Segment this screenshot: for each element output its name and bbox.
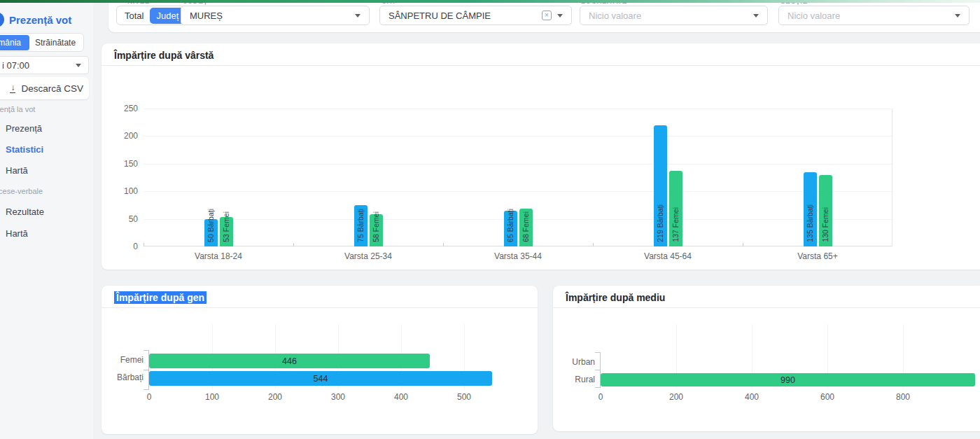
x-axis-label: 800 [896,392,910,402]
bar-bărbați: 75 Bărbați [354,205,368,246]
nivel-option-judet[interactable]: Județ [150,8,185,24]
x-axis-label: Varsta 35-44 [443,251,593,261]
app-title: Prezență vot [9,14,71,26]
x-axis-label: 100 [205,392,219,402]
bar-label: 68 Femei [522,211,530,242]
uat-select[interactable]: SÂNPETRU DE CÂMPIE × [379,6,572,25]
x-axis-label: Varsta 18-24 [144,251,293,261]
age-group: 75 Bărbați58 Femei [293,109,443,246]
x-axis-label: 600 [820,392,834,402]
x-axis-label: Varsta 45-64 [593,251,743,261]
bar-value-label: 990 [780,375,795,385]
sidebar-item-statistici[interactable]: Statistici [6,144,43,155]
bar-femei: 130 Femei [819,175,832,246]
y-axis-tick [595,387,601,388]
category-label: Bărbați [107,372,144,382]
category-label: Femei [107,355,144,365]
chevron-down-icon [753,14,759,18]
sidebar-section-prezenta-la-vot: Prezență la vot [0,105,35,113]
sectie-placeholder: Nicio valoare [788,11,840,21]
x-axis-label: Varsta 65+ [743,251,892,261]
download-icon: ↓ [10,84,15,93]
brand: Prezență vot [0,12,71,27]
y-axis-tick [595,352,601,353]
age-group: 135 Bărbați130 Femei [743,109,892,246]
bar-bărbați: 50 Bărbați [204,219,218,246]
bar-femei: 58 Femei [370,214,383,246]
x-axis-label: Varsta 25-34 [293,251,443,261]
card-divider [102,307,538,308]
x-axis-label: 400 [745,392,759,402]
sidebar-item-harta-rezultate[interactable]: Hartă [6,228,28,239]
clear-selection-icon[interactable]: × [542,11,552,20]
y-axis-label: 100 [110,186,138,196]
bar-label: 130 Femei [822,207,830,242]
mediu-chart-card: Împărțire după mediu 0200400600800UrbanR… [553,286,980,431]
tab-romania[interactable]: România [0,35,29,50]
bar-label: 58 Femei [372,211,380,242]
bar-label: 50 Bărbați [207,209,215,242]
bar-femei: 68 Femei [519,209,533,246]
y-axis-label: 0 [110,242,138,251]
bar-bărbați: 135 Bărbați [804,172,817,246]
bar-value-label: 446 [282,356,297,366]
bar-value-label: 544 [314,374,328,384]
localitate-placeholder: Nicio valoare [589,11,641,21]
age-group: 50 Bărbați53 Femei [144,109,293,246]
bar-bărbați: 544 [149,371,492,386]
card-divider [102,65,980,66]
chevron-down-icon [76,64,81,67]
nivel-option-total[interactable]: Total [118,8,150,24]
bar-bărbați: 219 Bărbați [654,125,667,246]
bar-femei: 137 Femei [669,171,682,246]
category-label: Rural [559,375,595,384]
bar-rural: 990 [601,373,975,386]
tab-strainatate[interactable]: Străinătate [29,35,81,50]
sidebar-item-rezultate[interactable]: Rezultate [6,207,44,217]
sectie-select[interactable]: Nicio valoare [778,6,969,25]
country-tabs: România Străinătate [0,33,84,52]
x-axis-label: 300 [331,392,345,402]
y-axis-label: 200 [110,131,138,141]
selected-text: Împărțire după gen [114,291,206,304]
top-progress-strip [0,0,980,3]
y-axis-label: 150 [110,159,138,169]
age-chart-card: Împărțire după vârstă 05010015020025050 … [102,43,980,270]
time-select-value: i 07:00 [2,60,29,71]
age-chart-plot: 05010015020025050 Bărbați53 FemeiVarsta … [144,109,892,246]
x-axis-label: 200 [669,392,683,402]
category-label: Urban [559,357,595,367]
y-axis-tick [144,350,149,351]
bar-femei: 446 [149,354,430,368]
x-axis-label: 0 [598,392,603,402]
age-chart-title: Împărțire după vârstă [114,50,214,61]
age-group: 65 Bărbați68 Femei [443,109,593,246]
nivel-toggle: Total Județ [116,6,187,25]
y-axis-label: 50 [110,214,138,224]
x-axis-label: 200 [268,392,282,402]
download-csv-button[interactable]: ↓ Descarcă CSV [0,77,89,99]
bar-label: 135 Bărbați [806,204,814,242]
x-axis-label: 0 [147,392,152,402]
bar-label: 137 Femei [672,207,680,242]
judet-select[interactable]: MUREȘ [181,6,370,25]
x-axis-label: 400 [394,392,408,402]
sidebar-item-prezenta[interactable]: Prezență [6,123,42,134]
gender-chart-title: Împărțire după gen [114,292,206,303]
sidebar-item-harta-prezenta[interactable]: Hartă [6,165,28,176]
chevron-down-icon [355,14,360,18]
y-axis-tick [144,370,149,370]
y-axis-tick [595,370,601,370]
bar-label: 75 Bărbați [357,209,365,242]
y-axis-label: 250 [110,104,138,113]
mediu-chart-title: Împărțire după mediu [566,292,665,303]
bar-bărbați: 65 Bărbați [504,211,517,246]
bar-label: 53 Femei [223,211,230,242]
sidebar-section-procese-verbale: Procese-verbale [0,187,43,195]
localitate-select[interactable]: Nicio valoare [580,6,768,25]
y-axis-tick [144,389,149,390]
bar-label: 65 Bărbați [507,209,514,242]
x-axis-label: 500 [457,392,471,402]
time-select[interactable]: i 07:00 [0,56,89,74]
card-divider [553,307,980,308]
